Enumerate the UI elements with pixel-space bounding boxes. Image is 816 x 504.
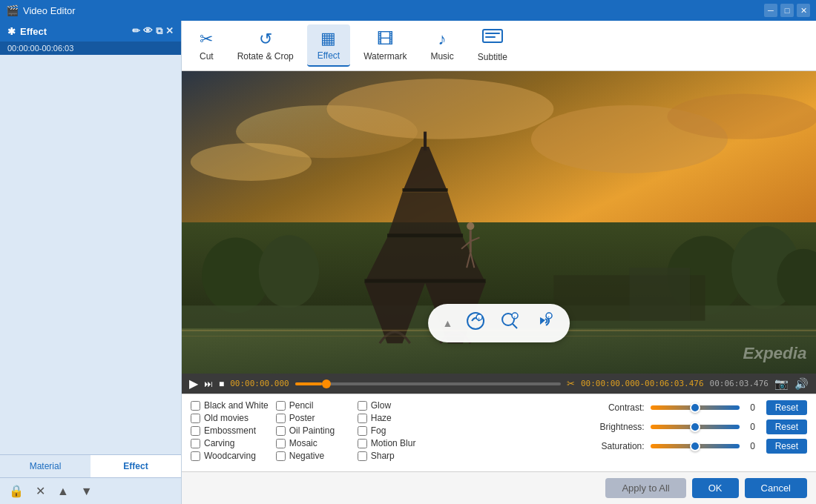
cut-icon: ✂: [200, 30, 213, 49]
svg-rect-0: [483, 30, 502, 42]
stop-button[interactable]: ■: [219, 379, 224, 389]
saturation-row: Saturation: 0 Reset: [593, 439, 807, 454]
minimize-button[interactable]: ─: [764, 4, 777, 17]
effect-negative-checkbox[interactable]: [276, 451, 286, 461]
brightness-thumb[interactable]: [690, 422, 700, 432]
maximize-button[interactable]: □: [780, 4, 794, 17]
ok-button[interactable]: OK: [692, 478, 739, 498]
svg-rect-22: [424, 132, 427, 151]
current-time-display: 00:00:00.000: [230, 379, 289, 388]
delete-button[interactable]: ✕: [33, 483, 48, 500]
toolbar-cut[interactable]: ✂ Cut: [189, 25, 224, 66]
effect-fog-checkbox[interactable]: [358, 426, 367, 436]
saturation-reset-button[interactable]: Reset: [766, 439, 807, 454]
contrast-reset-button[interactable]: Reset: [766, 400, 807, 415]
toolbar-subtitle[interactable]: Subtitle: [467, 24, 518, 67]
svg-text:+: +: [547, 314, 550, 319]
svg-text:+: +: [513, 314, 516, 319]
svg-text:Expedia: Expedia: [743, 344, 806, 362]
svg-line-41: [513, 324, 517, 328]
timeline-track[interactable]: [295, 382, 561, 385]
effect-sharp-checkbox[interactable]: [358, 451, 367, 461]
camera-icon[interactable]: 📷: [774, 377, 789, 391]
effect-mosaic[interactable]: Mosaic: [276, 438, 350, 448]
effect-old-checkbox[interactable]: [191, 414, 200, 423]
video-section: Expedia ▲: [182, 71, 816, 394]
effect-pencil-checkbox[interactable]: [276, 401, 286, 411]
toolbar-music[interactable]: ♪ Music: [420, 25, 464, 66]
toolbar-rotate[interactable]: ↺ Rotate & Crop: [227, 25, 304, 66]
content-area: ✂ Cut ↺ Rotate & Crop ▦ Effect 🎞 Waterma…: [182, 21, 816, 504]
move-down-button[interactable]: ▼: [78, 483, 96, 500]
effect-carve-checkbox[interactable]: [191, 439, 200, 448]
saturation-thumb[interactable]: [690, 441, 700, 451]
copy-icon[interactable]: ⧉: [156, 25, 162, 37]
saturation-slider[interactable]: [651, 444, 740, 448]
svg-point-11: [259, 235, 320, 308]
saturation-value: 0: [746, 441, 760, 451]
play-button[interactable]: ▶: [189, 377, 198, 391]
effect-poster[interactable]: Poster: [276, 413, 350, 423]
pencil-icon[interactable]: ✏: [132, 25, 140, 37]
sidebar-actions: 🔒 ✕ ▲ ▼: [0, 477, 181, 504]
tab-effect[interactable]: Effect: [91, 455, 181, 477]
cancel-button[interactable]: Cancel: [745, 478, 807, 498]
effect-wood-checkbox[interactable]: [191, 451, 200, 461]
effect-wood[interactable]: Woodcarving: [191, 451, 269, 461]
effect-old[interactable]: Old movies: [191, 413, 269, 423]
sidebar-tabs: Material Effect: [0, 454, 181, 477]
effect-tool3-button[interactable]: +: [533, 310, 555, 336]
lock-button[interactable]: 🔒: [6, 483, 27, 500]
close-icon[interactable]: ✕: [165, 25, 174, 37]
rotate-label: Rotate & Crop: [237, 51, 294, 62]
effect-oil[interactable]: Oil Painting: [276, 425, 350, 436]
effect-glow-checkbox[interactable]: [358, 401, 367, 411]
move-up-button[interactable]: ▲: [54, 483, 72, 500]
effect-fog[interactable]: Fog: [358, 425, 432, 436]
toolbar-effect[interactable]: ▦ Effect: [307, 24, 350, 67]
effect-haze-checkbox[interactable]: [358, 414, 367, 423]
effect-bw[interactable]: Black and White: [191, 400, 269, 411]
effect-haze[interactable]: Haze: [358, 413, 432, 423]
effect-sharp[interactable]: Sharp: [358, 451, 432, 461]
step-button[interactable]: ⏭: [204, 379, 213, 389]
close-button[interactable]: ✕: [797, 4, 810, 17]
timeline-thumb[interactable]: [322, 379, 331, 388]
effect-mosaic-checkbox[interactable]: [276, 439, 286, 448]
effect-pencil[interactable]: Pencil: [276, 400, 350, 411]
sidebar-content: [0, 55, 181, 454]
music-label: Music: [430, 51, 453, 62]
eye-icon[interactable]: 👁: [143, 25, 153, 37]
svg-rect-25: [402, 188, 447, 191]
effect-toolbar-icon: ▦: [320, 29, 336, 48]
effect-poster-checkbox[interactable]: [276, 414, 286, 423]
effects-col-1: Black and White Old movies Embossment Ca…: [191, 400, 269, 461]
brightness-row: Brightness: 0 Reset: [593, 420, 807, 434]
effect-blur-checkbox[interactable]: [358, 439, 367, 448]
effect-carve[interactable]: Carving: [191, 438, 269, 448]
toolbar-watermark[interactable]: 🎞 Watermark: [353, 25, 417, 66]
volume-icon[interactable]: 🔊: [794, 377, 809, 391]
contrast-slider[interactable]: [651, 405, 740, 410]
bottom-actions: Apply to All OK Cancel: [182, 471, 816, 504]
svg-rect-2: [485, 36, 496, 38]
effects-col-2: Pencil Poster Oil Painting Mosaic: [276, 400, 350, 461]
svg-rect-24: [387, 233, 463, 237]
apply-all-button[interactable]: Apply to All: [605, 478, 685, 498]
tab-material[interactable]: Material: [0, 455, 91, 477]
effect-glow[interactable]: Glow: [358, 400, 432, 411]
effect-tool1-button[interactable]: +: [464, 310, 487, 336]
effect-negative[interactable]: Negative: [276, 451, 350, 461]
effect-emboss-checkbox[interactable]: [191, 426, 200, 436]
contrast-thumb[interactable]: [690, 402, 700, 413]
svg-text:+: +: [478, 316, 481, 320]
effect-emboss[interactable]: Embossment: [191, 425, 269, 436]
effect-blur[interactable]: Motion Blur: [358, 438, 432, 448]
brightness-slider[interactable]: [651, 425, 740, 429]
brightness-reset-button[interactable]: Reset: [766, 420, 807, 434]
effect-tool2-button[interactable]: +: [499, 310, 521, 336]
effect-bw-checkbox[interactable]: [191, 401, 200, 411]
svg-point-31: [467, 222, 474, 230]
effect-oil-checkbox[interactable]: [276, 426, 286, 436]
cut-label: Cut: [200, 51, 214, 62]
